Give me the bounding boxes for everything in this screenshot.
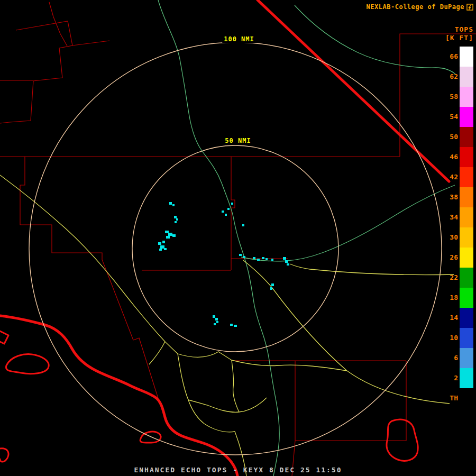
legend-row: 2 (442, 368, 474, 388)
echo-cell (172, 204, 175, 206)
legend-row: 26 (442, 248, 474, 268)
echo-cell (213, 315, 215, 318)
legend-row: 38 (442, 187, 474, 207)
echo-cell (243, 256, 245, 258)
legend-row: 46 (442, 147, 474, 167)
legend-row: 66 (442, 47, 474, 67)
radar-map (0, 0, 476, 476)
highway-lines (0, 175, 454, 476)
echo-cell (174, 216, 177, 218)
echo-cell (230, 324, 233, 326)
interstate-lines (0, 0, 449, 476)
echo-cell (214, 323, 216, 325)
echo-cell (285, 260, 288, 263)
legend-tick-label: TH (442, 388, 460, 408)
echo-cell (231, 203, 233, 205)
echo-cell (271, 259, 273, 261)
echo-cell (222, 210, 224, 213)
echo-cell (266, 258, 268, 260)
echo-tops-cells (158, 202, 289, 327)
legend-tick-label: 50 (442, 127, 460, 147)
echo-cell (172, 234, 176, 237)
radar-display: 100 NMI 50 NMI NEXLAB-College of DuPage … (0, 0, 476, 476)
legend-swatch (460, 368, 473, 388)
range-ring-label-50nmi: 50 NMI (223, 137, 252, 144)
range-rings (29, 42, 442, 455)
legend-unit: [K FT] (445, 34, 473, 42)
legend-swatch (460, 328, 473, 348)
legend-row: 10 (442, 328, 474, 348)
legend-tick-label: 6 (442, 348, 460, 368)
legend-tick-label: 30 (442, 227, 460, 248)
echo-cell (158, 242, 161, 245)
echo-cell (270, 287, 272, 290)
legend-row: 58 (442, 87, 474, 107)
legend-row: 22 (442, 268, 474, 288)
legend-row: 14 (442, 308, 474, 328)
legend-swatch (460, 47, 473, 67)
legend-tick-label: 62 (442, 67, 460, 87)
legend-row: 50 (442, 127, 474, 147)
echo-cell (176, 218, 178, 221)
echo-cell (162, 241, 165, 243)
brand: NEXLAB-College of DuPage (367, 3, 473, 11)
legend-tick-label: 14 (442, 308, 460, 328)
legend-tick-label: 22 (442, 268, 460, 288)
legend-swatch (460, 87, 473, 107)
status-bar-text: ENHANCED ECHO TOPS - KEYX 8 DEC 25 11:50 (0, 466, 476, 474)
echo-cell (175, 221, 177, 223)
echo-cell (166, 236, 170, 239)
echo-cell (234, 325, 237, 327)
legend-swatch (460, 147, 473, 167)
range-ring-label-100nmi: 100 NMI (222, 35, 256, 43)
legend-tick-label: 26 (442, 248, 460, 268)
echo-cell (165, 231, 169, 233)
echo-cell (215, 318, 218, 321)
echo-cell (168, 233, 172, 236)
echo-cell (283, 257, 286, 260)
legend-row: TH (442, 388, 474, 408)
echo-cell (242, 224, 244, 226)
legend-swatch (460, 248, 473, 268)
legend-swatch (460, 348, 473, 368)
legend-swatch (460, 127, 473, 147)
county-boundaries (0, 2, 476, 476)
legend-swatch (460, 288, 473, 308)
legend-swatch (460, 268, 473, 288)
echo-cell (159, 249, 162, 251)
echo-cell (287, 263, 289, 266)
legend-row: 62 (442, 67, 474, 87)
echo-cell (262, 257, 264, 259)
echo-cell (239, 254, 242, 256)
legend-swatch (460, 207, 473, 227)
echo-cell (216, 321, 218, 323)
legend-row: 18 (442, 288, 474, 308)
legend-tick-label: 2 (442, 368, 460, 388)
cod-logo-icon (466, 4, 473, 11)
echo-cell (160, 245, 164, 249)
legend-row: 34 (442, 207, 474, 227)
echo-cell (253, 257, 255, 259)
legend-swatch (460, 187, 473, 207)
legend-tick-label: 34 (442, 207, 460, 227)
legend-swatch (460, 107, 473, 127)
brand-text: NEXLAB-College of DuPage (367, 3, 464, 11)
echo-cell (257, 259, 260, 261)
legend-tick-label: 42 (442, 167, 460, 187)
legend-swatch (460, 308, 473, 328)
legend-row: 42 (442, 167, 474, 187)
legend-tick-label: 38 (442, 187, 460, 207)
river-lines (158, 0, 456, 476)
echo-cell (164, 248, 167, 250)
echo-cell (169, 202, 172, 205)
legend-tick-label: 58 (442, 87, 460, 107)
legend-row: 6 (442, 348, 474, 368)
legend-swatch (460, 388, 473, 408)
legend-tick-label: 10 (442, 328, 460, 348)
legend-row: 30 (442, 227, 474, 248)
legend-row: 54 (442, 107, 474, 127)
legend-tick-label: 66 (442, 47, 460, 67)
legend-swatch (460, 67, 473, 87)
legend-swatch (460, 227, 473, 248)
echo-cell (227, 208, 230, 210)
